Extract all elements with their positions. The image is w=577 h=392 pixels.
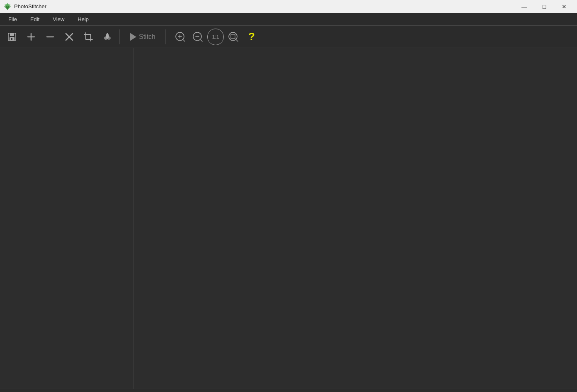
menu-view[interactable]: View xyxy=(46,15,71,24)
stitch-button[interactable]: Stitch xyxy=(123,28,162,46)
title-bar: PhotoStitcher — □ ✕ xyxy=(0,0,577,13)
app-title: PhotoStitcher xyxy=(14,3,46,10)
svg-line-18 xyxy=(201,40,202,41)
status-bar xyxy=(0,389,577,392)
title-controls: — □ ✕ xyxy=(515,0,574,13)
zoom-group: 1:1 xyxy=(172,29,241,45)
left-panel xyxy=(0,48,133,389)
zoom-in-button[interactable] xyxy=(172,29,188,45)
app-icon xyxy=(3,2,12,11)
right-panel xyxy=(133,48,577,389)
minimize-button[interactable]: — xyxy=(515,0,534,13)
delete-all-button[interactable] xyxy=(61,28,78,46)
menu-edit[interactable]: Edit xyxy=(24,15,46,24)
svg-line-21 xyxy=(236,40,238,41)
zoom-fit-button[interactable] xyxy=(225,29,241,45)
zoom-100-button[interactable]: 1:1 xyxy=(207,29,224,45)
stitch-play-icon xyxy=(130,33,136,41)
help-icon: ? xyxy=(248,30,255,43)
crop-button[interactable] xyxy=(80,28,97,46)
zoom-100-label: 1:1 xyxy=(212,34,219,40)
toolbar-divider xyxy=(119,29,120,44)
svg-rect-6 xyxy=(11,38,12,40)
add-photo-button[interactable] xyxy=(22,28,40,46)
menu-bar: File Edit View Help xyxy=(0,13,577,26)
save-button[interactable] xyxy=(3,28,21,46)
menu-help[interactable]: Help xyxy=(71,15,95,24)
toolbar-divider-2 xyxy=(165,29,166,44)
menu-file[interactable]: File xyxy=(2,15,24,24)
close-button[interactable]: ✕ xyxy=(555,0,574,13)
svg-rect-20 xyxy=(231,34,235,39)
svg-point-19 xyxy=(229,32,237,41)
title-left: PhotoStitcher xyxy=(3,2,46,11)
zoom-out-button[interactable] xyxy=(190,29,206,45)
remove-photo-button[interactable] xyxy=(41,28,59,46)
toolbar: Stitch 1:1 xyxy=(0,26,577,48)
stitch-label: Stitch xyxy=(139,33,155,41)
svg-rect-4 xyxy=(10,33,14,36)
maximize-button[interactable]: □ xyxy=(535,0,554,13)
svg-line-15 xyxy=(183,40,185,41)
main-area xyxy=(0,48,577,389)
help-button[interactable]: ? xyxy=(243,28,260,46)
autocorrect-button[interactable] xyxy=(99,28,116,46)
